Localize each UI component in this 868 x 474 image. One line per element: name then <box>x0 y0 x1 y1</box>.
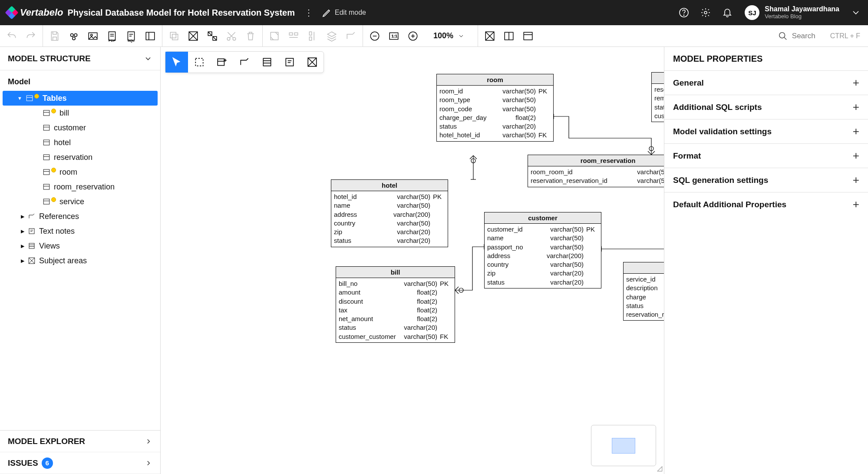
resize-button[interactable] <box>269 30 280 42</box>
prop-label: Format <box>673 151 701 161</box>
avatar: SJ <box>745 5 759 20</box>
minimap[interactable] <box>591 425 656 466</box>
svg-rect-36 <box>524 32 532 40</box>
prop-sql-generation-settings[interactable]: SQL generation settings + <box>664 168 868 192</box>
redo-button[interactable] <box>25 30 36 42</box>
structure-header[interactable]: MODEL STRUCTURE <box>0 47 160 70</box>
user-menu[interactable]: SJ Shamal Jayawardhana Vertabelo Blog <box>745 5 861 20</box>
entity-columns: room_idvarchar(50)PKroom_typevarchar(50)… <box>437 86 553 141</box>
diagram-canvas[interactable]: room room_idvarchar(50)PKroom_typevarcha… <box>161 47 664 474</box>
entity-room[interactable]: room room_idvarchar(50)PKroom_typevarcha… <box>436 74 554 142</box>
pattern1-button[interactable] <box>188 30 199 42</box>
menu-dots-icon[interactable]: ⋮ <box>304 7 312 18</box>
tree-table-bill[interactable]: bill <box>0 106 160 120</box>
entity-columns: bill_novarchar(50)PKamountfloat(2)discou… <box>336 278 455 342</box>
prop-default-additional-properties[interactable]: Default Additional Properties + <box>664 192 868 216</box>
prop-additional-sql-scripts[interactable]: Additional SQL scripts + <box>664 95 868 119</box>
entity-bill[interactable]: bill bill_novarchar(50)PKamountfloat(2)d… <box>336 266 455 343</box>
zoom-level: 100% <box>433 31 453 40</box>
svg-rect-42 <box>43 110 50 116</box>
tree-root[interactable]: Model <box>0 75 160 91</box>
svg-rect-56 <box>29 229 34 234</box>
svg-point-5 <box>73 37 76 40</box>
help-icon[interactable] <box>679 7 689 18</box>
zoom-dropdown[interactable]: 100% <box>433 31 465 40</box>
svg-rect-54 <box>43 199 50 204</box>
minimap-viewport <box>612 438 635 454</box>
tree-table-label: hotel <box>54 138 71 147</box>
document-title: Physical Database Model for Hotel Reserv… <box>67 8 295 18</box>
undo-button[interactable] <box>6 30 17 42</box>
view-mode1-button[interactable] <box>484 30 495 42</box>
section-icon <box>28 212 36 220</box>
delete-button[interactable] <box>245 30 256 42</box>
align-v-button[interactable] <box>307 30 318 42</box>
tree-table-room[interactable]: room <box>0 165 160 179</box>
save-button[interactable] <box>49 30 60 42</box>
layers-button[interactable] <box>326 30 337 42</box>
search-input[interactable] <box>792 32 822 40</box>
tree-table-room_reservation[interactable]: room_reservation <box>0 179 160 194</box>
plus-icon: + <box>853 76 859 89</box>
edit-mode-label: Edit mode <box>335 9 366 17</box>
plus-icon: + <box>853 149 859 162</box>
tree-tables[interactable]: ▼ Tables <box>3 91 158 106</box>
section-icon <box>28 227 36 235</box>
entity-reservation[interactable]: reservation reservation_idvarchar(50)PKr… <box>651 72 664 122</box>
tree-table-customer[interactable]: customer <box>0 120 160 135</box>
entity-service[interactable]: service service_idvarchar(50)PKdescripti… <box>623 262 664 321</box>
entity-customer[interactable]: customer customer_idvarchar(50)PKnamevar… <box>484 212 601 288</box>
entity-hotel[interactable]: hotel hotel_idvarchar(50)PKnamevarchar(5… <box>331 179 448 247</box>
resize-handle-icon[interactable]: ◿ <box>657 464 662 472</box>
tree-table-reservation[interactable]: reservation <box>0 150 160 165</box>
export-image-button[interactable] <box>87 30 99 42</box>
cut-button[interactable] <box>226 30 237 42</box>
entity-room_reservation[interactable]: room_reservation room_room_idvarchar(50)… <box>528 155 664 187</box>
search-shortcut: CTRL + F <box>830 32 860 40</box>
triangle-down-icon: ▼ <box>17 96 22 101</box>
share-button[interactable] <box>68 30 79 42</box>
tree-table-hotel[interactable]: hotel <box>0 135 160 150</box>
route-button[interactable] <box>345 30 356 42</box>
zoom-in-button[interactable] <box>407 30 419 42</box>
entity-title: hotel <box>331 180 448 191</box>
gear-icon[interactable] <box>700 7 711 18</box>
prop-format[interactable]: Format + <box>664 143 868 168</box>
panel-toggle-button[interactable] <box>145 30 156 42</box>
prop-model-validation-settings[interactable]: Model validation settings + <box>664 119 868 143</box>
svg-rect-21 <box>294 33 298 35</box>
issues-toggle[interactable]: ISSUES6 <box>0 452 160 474</box>
chevron-right-icon <box>145 438 152 445</box>
tables-label: Tables <box>43 94 67 103</box>
zoom-fit-button[interactable]: 1:1 <box>388 30 399 42</box>
export-sql-button[interactable]: SQL <box>125 30 137 42</box>
table-icon <box>43 109 50 117</box>
tree-section-text-notes[interactable]: ▶ Text notes <box>0 224 160 239</box>
prop-general[interactable]: General + <box>664 70 868 95</box>
chevron-down-icon <box>144 54 152 63</box>
edit-mode-toggle[interactable]: Edit mode <box>322 7 366 18</box>
search-box[interactable]: CTRL + F <box>770 31 868 41</box>
zoom-out-button[interactable] <box>369 30 380 42</box>
tree-section-references[interactable]: ▶ References <box>0 209 160 224</box>
tree-table-service[interactable]: service <box>0 194 160 209</box>
svg-point-7 <box>91 34 92 36</box>
model-explorer-toggle[interactable]: MODEL EXPLORER <box>0 431 160 452</box>
svg-point-4 <box>74 33 77 36</box>
view-mode2-button[interactable] <box>503 30 515 42</box>
bell-icon[interactable] <box>722 7 733 18</box>
brand-logo[interactable]: Vertabelo <box>7 7 63 18</box>
copy-button[interactable] <box>168 30 180 42</box>
view-mode3-button[interactable] <box>522 30 534 42</box>
align-h-button[interactable] <box>288 30 299 42</box>
tree-table-label: room <box>59 168 77 177</box>
tree-section-views[interactable]: ▶ Views <box>0 239 160 253</box>
section-icon <box>28 242 36 250</box>
plus-icon: + <box>853 198 859 211</box>
svg-rect-40 <box>26 96 33 101</box>
pattern2-button[interactable] <box>207 30 218 42</box>
prop-label: Model validation settings <box>673 127 772 136</box>
export-pdf-button[interactable]: PDF <box>106 30 118 42</box>
tree-section-subject-areas[interactable]: ▶ Subject areas <box>0 253 160 268</box>
triangle-right-icon: ▶ <box>21 229 24 234</box>
